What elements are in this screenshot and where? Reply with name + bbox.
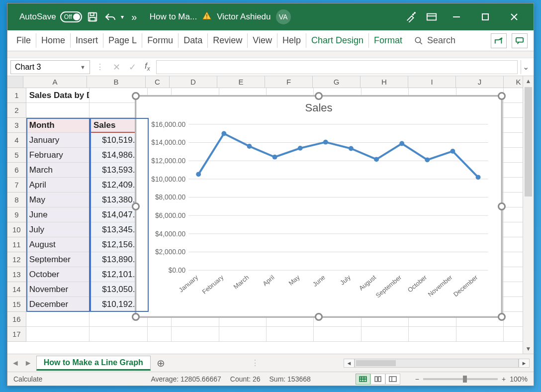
- chart-handle-mr[interactable]: [498, 202, 506, 210]
- cell-A9[interactable]: June: [26, 207, 90, 222]
- cell-A3[interactable]: Month: [26, 118, 90, 133]
- sheet-nav[interactable]: ◄ ►: [11, 359, 32, 368]
- scroll-down-icon[interactable]: ▼: [523, 344, 534, 354]
- zoom-in-icon[interactable]: +: [502, 375, 506, 383]
- qat-overflow-icon[interactable]: »: [127, 9, 142, 24]
- select-all-corner[interactable]: [7, 76, 23, 88]
- column-header-B[interactable]: B: [87, 76, 146, 88]
- row-header-15[interactable]: 15: [7, 297, 26, 312]
- row-header-11[interactable]: 11: [7, 237, 26, 252]
- user-avatar[interactable]: VA: [276, 9, 291, 24]
- tab-page-l[interactable]: Page L: [103, 30, 142, 51]
- save-icon[interactable]: [85, 9, 100, 24]
- hscroll-right-icon[interactable]: ►: [519, 359, 530, 368]
- cell-J17[interactable]: [456, 327, 504, 342]
- view-page-break-button[interactable]: [385, 374, 400, 385]
- compatibility-warning-icon[interactable]: [202, 11, 212, 23]
- chart-object[interactable]: Sales $0.00$2,000.00$4,000.00$6,000.00$8…: [135, 95, 503, 318]
- row-header-8[interactable]: 8: [7, 193, 26, 207]
- chart-handle-bc[interactable]: [315, 313, 323, 321]
- column-header-A[interactable]: A: [23, 76, 87, 88]
- chart-handle-tc[interactable]: [315, 92, 323, 100]
- formula-input[interactable]: [156, 60, 518, 74]
- row-header-13[interactable]: 13: [7, 267, 26, 282]
- ribbon-display-options-icon[interactable]: [424, 9, 439, 24]
- row-header-17[interactable]: 17: [7, 327, 26, 342]
- formula-bar-expand-icon[interactable]: ⌄: [521, 60, 531, 74]
- hscroll-track[interactable]: [355, 359, 519, 368]
- row-header-6[interactable]: 6: [7, 163, 26, 178]
- sheet-next-icon[interactable]: ►: [24, 359, 32, 368]
- row-header-9[interactable]: 9: [7, 207, 26, 222]
- minimize-button[interactable]: [445, 3, 468, 30]
- tell-me-search[interactable]: Search: [414, 30, 455, 51]
- cell-A7[interactable]: April: [26, 178, 90, 193]
- column-header-D[interactable]: D: [170, 76, 217, 88]
- cells-area[interactable]: Sales $0.00$2,000.00$4,000.00$6,000.00$8…: [7, 88, 534, 342]
- cell-A6[interactable]: March: [26, 163, 90, 178]
- cell-E17[interactable]: [219, 327, 267, 342]
- row-header-5[interactable]: 5: [7, 148, 26, 163]
- cell-A17[interactable]: [26, 327, 90, 342]
- column-header-I[interactable]: I: [408, 76, 456, 88]
- view-normal-button[interactable]: [356, 374, 370, 385]
- chart-handle-ml[interactable]: [132, 202, 140, 210]
- undo-dropdown-caret[interactable]: ▾: [121, 13, 124, 20]
- cell-A10[interactable]: July: [26, 222, 90, 237]
- zoom-slider[interactable]: [423, 378, 498, 380]
- sheet-tab-active[interactable]: How to Make a Line Graph: [36, 356, 151, 371]
- tab-formu[interactable]: Formu: [142, 30, 178, 51]
- cell-F17[interactable]: [267, 327, 314, 342]
- cell-A11[interactable]: August: [26, 237, 90, 252]
- maximize-button[interactable]: [474, 3, 497, 30]
- cell-B17[interactable]: [90, 327, 148, 342]
- enter-formula-button[interactable]: ✓: [126, 60, 139, 74]
- cell-A13[interactable]: October: [26, 267, 90, 282]
- tab-chart-design[interactable]: Chart Design: [306, 30, 368, 51]
- autosave-control[interactable]: AutoSave Off: [19, 11, 82, 22]
- cell-C17[interactable]: [148, 327, 172, 342]
- zoom-out-icon[interactable]: −: [415, 375, 419, 383]
- chart-title[interactable]: Sales: [136, 101, 501, 114]
- cancel-formula-button[interactable]: ✕: [110, 60, 123, 74]
- row-header-2[interactable]: 2: [7, 103, 26, 118]
- tab-insert[interactable]: Insert: [71, 30, 103, 51]
- tab-view[interactable]: View: [248, 30, 277, 51]
- column-header-J[interactable]: J: [456, 76, 504, 88]
- new-sheet-button[interactable]: ⊕: [155, 357, 168, 370]
- tab-data[interactable]: Data: [179, 30, 207, 51]
- row-header-16[interactable]: 16: [7, 312, 26, 327]
- name-box-dropdown-icon[interactable]: ▼: [80, 64, 86, 70]
- row-header-3[interactable]: 3: [7, 118, 26, 133]
- cell-I17[interactable]: [409, 327, 456, 342]
- row-header-12[interactable]: 12: [7, 252, 26, 267]
- chart-handle-bl[interactable]: [132, 313, 140, 321]
- tab-home[interactable]: Home: [36, 30, 70, 51]
- cell-A15[interactable]: December: [26, 297, 90, 312]
- column-header-E[interactable]: E: [217, 76, 265, 88]
- hscroll-thumb[interactable]: [356, 360, 396, 366]
- vscroll-thumb[interactable]: [525, 87, 532, 196]
- cell-A16[interactable]: [26, 312, 90, 327]
- comments-button[interactable]: [512, 33, 528, 48]
- tab-help[interactable]: Help: [277, 30, 306, 51]
- cell-A8[interactable]: May: [26, 193, 90, 207]
- column-header-F[interactable]: F: [265, 76, 313, 88]
- tab-format[interactable]: Format: [369, 30, 407, 51]
- chart-handle-tl[interactable]: [132, 92, 140, 100]
- column-header-G[interactable]: G: [313, 76, 361, 88]
- zoom-control[interactable]: − + 100%: [415, 375, 528, 383]
- row-header-1[interactable]: 1: [7, 88, 26, 103]
- cell-A1[interactable]: Sales Data by Date: [26, 88, 90, 103]
- cell-A14[interactable]: November: [26, 282, 90, 297]
- name-box[interactable]: Chart 3 ▼: [10, 60, 90, 74]
- scroll-up-icon[interactable]: ▲: [523, 76, 534, 86]
- chart-handle-tr[interactable]: [498, 92, 506, 100]
- cell-D17[interactable]: [172, 327, 219, 342]
- fx-icon[interactable]: fx: [142, 61, 153, 72]
- hscroll-left-icon[interactable]: ◄: [344, 359, 355, 368]
- cell-H17[interactable]: [361, 327, 409, 342]
- chart-handle-br[interactable]: [498, 313, 506, 321]
- chart-plot-area[interactable]: $0.00$2,000.00$4,000.00$6,000.00$8,000.0…: [143, 119, 494, 309]
- sheet-prev-icon[interactable]: ◄: [11, 359, 19, 368]
